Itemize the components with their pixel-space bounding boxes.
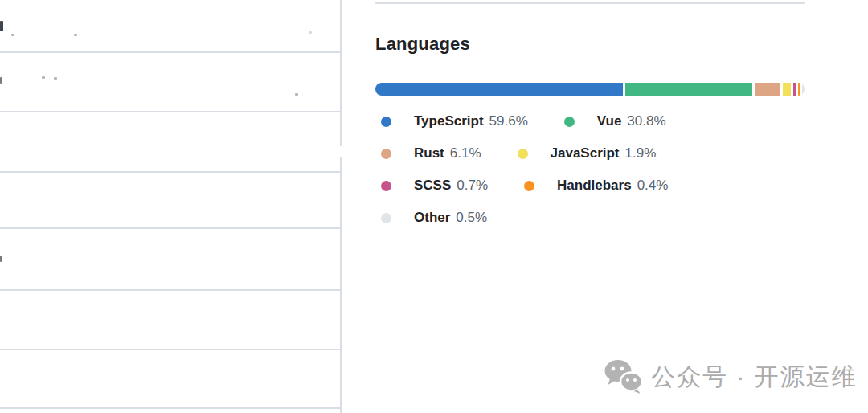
bar-segment-rust[interactable]	[755, 83, 780, 96]
watermark: 公众号 · 开源运维	[604, 359, 858, 395]
text-fragment	[0, 21, 3, 31]
legend-item-typescript[interactable]: TypeScript 59.6%	[381, 110, 528, 133]
text-fragment	[0, 77, 2, 84]
text-speck	[74, 34, 77, 36]
language-percent: 0.5%	[456, 210, 487, 226]
scss-color-dot	[381, 181, 391, 191]
text-fragment	[0, 256, 2, 262]
bar-segment-other[interactable]	[802, 83, 805, 96]
file-list-table	[0, 0, 346, 413]
language-name: JavaScript	[551, 145, 620, 162]
table-row-border	[0, 171, 342, 173]
legend-item-rust[interactable]: Rust 6.1%	[381, 142, 481, 165]
language-name: SCSS	[414, 178, 451, 194]
table-row-border	[0, 407, 342, 409]
other-color-dot	[381, 213, 391, 223]
languages-heading: Languages	[375, 33, 805, 55]
language-percent: 0.4%	[637, 178, 669, 194]
text-speck	[11, 34, 14, 36]
table-row-border	[0, 349, 342, 350]
language-percent: 0.7%	[457, 178, 488, 194]
legend-item-other[interactable]: Other 0.5%	[381, 206, 487, 229]
legend-item-javascript[interactable]: JavaScript 1.9%	[518, 142, 657, 165]
typescript-color-dot	[381, 117, 391, 127]
language-name: Other	[414, 210, 450, 226]
language-legend: TypeScript 59.6% Vue 30.8% Rust 6.1% Ja	[375, 110, 805, 229]
legend-item-scss[interactable]: SCSS 0.7%	[381, 174, 488, 197]
bar-segment-handlebars[interactable]	[798, 83, 800, 96]
language-percent: 30.8%	[627, 113, 665, 129]
watermark-text: 公众号 · 开源运维	[651, 361, 858, 394]
handlebars-color-dot	[524, 181, 534, 191]
section-divider	[375, 2, 805, 4]
bar-segment-javascript[interactable]	[783, 83, 791, 96]
language-name: Handlebars	[557, 178, 632, 194]
github-repo-page: Languages TypeScript 59.6% Vue 30.8%	[0, 0, 868, 413]
text-speck	[295, 93, 298, 96]
language-name: Vue	[597, 113, 622, 129]
table-row-border	[0, 51, 342, 53]
vue-color-dot	[564, 117, 575, 127]
wechat-icon	[604, 359, 643, 395]
table-row-border	[0, 227, 342, 229]
bar-segment-typescript[interactable]	[375, 83, 623, 96]
table-right-border	[340, 0, 342, 413]
text-speck	[309, 31, 312, 34]
language-bar[interactable]	[375, 83, 805, 96]
table-border-notch	[338, 146, 343, 157]
legend-item-handlebars[interactable]: Handlebars 0.4%	[524, 174, 668, 197]
language-name: TypeScript	[414, 113, 484, 129]
language-percent: 59.6%	[489, 113, 528, 129]
javascript-color-dot	[518, 149, 528, 159]
text-speck	[54, 77, 57, 80]
bar-segment-vue[interactable]	[625, 83, 753, 96]
language-name: Rust	[414, 145, 444, 162]
languages-section: Languages TypeScript 59.6% Vue 30.8%	[375, 0, 805, 229]
rust-color-dot	[381, 149, 391, 159]
table-row-border	[0, 289, 342, 291]
bar-segment-scss[interactable]	[793, 83, 796, 96]
legend-item-vue[interactable]: Vue 30.8%	[564, 110, 666, 133]
text-speck	[42, 76, 45, 79]
table-row-border	[0, 111, 342, 112]
language-percent: 6.1%	[450, 145, 481, 162]
language-percent: 1.9%	[625, 145, 657, 162]
